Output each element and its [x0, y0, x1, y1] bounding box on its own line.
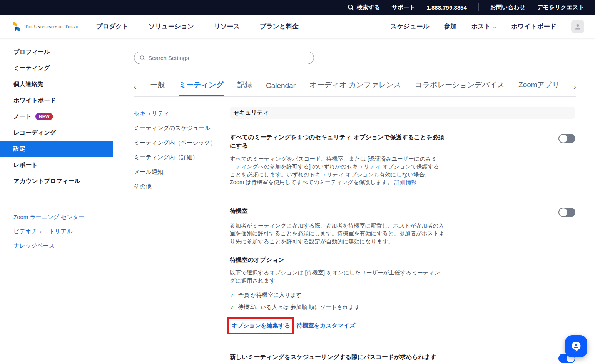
toggle-waiting-room[interactable]	[558, 208, 575, 217]
sidebar-item-reports[interactable]: レポート	[0, 157, 113, 173]
sidebar-item-account-profile[interactable]: アカウントプロフィール	[0, 173, 113, 189]
learn-more-link[interactable]: 詳細情報	[394, 179, 417, 185]
sidebar-item-contacts[interactable]: 個人連絡先	[0, 76, 113, 92]
toggle-require-security-option[interactable]	[558, 134, 575, 143]
sidebar-item-notes-label: ノート	[13, 113, 32, 121]
tabs-scroll-right-icon[interactable]: ›	[573, 82, 576, 96]
chevron-down-icon: ⌄	[493, 24, 496, 30]
sidebar-divider	[13, 201, 35, 201]
sidebar-item-whiteboard[interactable]: ホワイトボード	[0, 92, 113, 108]
sidebar-item-notes[interactable]: ノート NEW	[0, 108, 113, 125]
subnav-email-notification[interactable]: メール通知	[134, 168, 230, 176]
nav-item-host[interactable]: ホスト ⌄	[471, 22, 496, 31]
university-logo[interactable]: The University of Tokyo	[12, 21, 79, 32]
setting-title: 新しいミーティングをスケジューリングする際にパスコードが求められます	[230, 353, 436, 361]
settings-search[interactable]	[134, 52, 314, 64]
new-badge: NEW	[35, 113, 53, 120]
setting-description: すべてのミーティングをパスコード、待機室、または [認証済みユーザーにのみミーテ…	[230, 155, 442, 186]
nav-item-products[interactable]: プロダクト	[96, 22, 129, 31]
subnav-in-meeting-basic[interactable]: ミーティング内（ベーシック）	[134, 139, 230, 146]
main-content: ‹ 一般 ミーティング 記録 Calendar オーディオ カンファレンス コラ…	[113, 38, 595, 364]
sidebar-item-meetings[interactable]: ミーティング	[0, 60, 113, 76]
tab-meeting[interactable]: ミーティング	[179, 80, 224, 96]
tab-collaboration-devices[interactable]: コラボレーションデバイス	[415, 80, 505, 96]
topbar-divider	[478, 3, 479, 11]
section-header-security: セキュリティ	[230, 107, 575, 119]
check-icon: ✓	[230, 304, 234, 311]
sidebar-link-video-tutorials[interactable]: ビデオチュートリアル	[0, 224, 113, 239]
subnav-schedule-meeting[interactable]: ミーティングのスケジュール	[134, 125, 230, 132]
setting-passcode-required: 新しいミーティングをスケジューリングする際にパスコードが求められます ミーティン…	[230, 353, 575, 364]
tab-recording[interactable]: 記録	[237, 80, 252, 96]
nav-menu: プロダクト ソリューション リソース プランと料金	[96, 22, 299, 31]
waiting-room-options-title: 待機室のオプション	[230, 256, 575, 264]
tab-audio-conferencing[interactable]: オーディオ カンファレンス	[309, 80, 401, 96]
sidebar-item-profile[interactable]: プロフィール	[0, 44, 113, 60]
nav-item-schedule[interactable]: スケジュール	[391, 22, 430, 31]
tab-calendar[interactable]: Calendar	[266, 81, 296, 96]
nav-item-resources[interactable]: リソース	[214, 22, 240, 31]
highlight-red-box: オプションを編集する	[227, 317, 294, 334]
waiting-room-links: オプションを編集する 待機室をカスタマイズ	[230, 317, 575, 334]
option-text: 待機室にいる人々は 参加順 順にソートされます	[238, 304, 360, 311]
subnav-security[interactable]: セキュリティ	[134, 110, 230, 117]
topbar-support-link[interactable]: サポート	[391, 4, 415, 11]
waiting-room-options-list: ✓ 全員 が待機室に入ります ✓ 待機室にいる人々は 参加順 順にソートされます	[230, 291, 575, 311]
search-icon	[348, 4, 354, 11]
check-icon: ✓	[230, 292, 234, 298]
topbar-phone[interactable]: 1.888.799.8854	[427, 4, 467, 11]
setting-waiting-room: 待機室 参加者がミーティングに参加する際、参加者を待機室に配置し、ホストが参加者…	[230, 207, 575, 335]
nav-item-host-label: ホスト	[471, 22, 491, 31]
option-everyone-enters: ✓ 全員 が待機室に入ります	[230, 291, 575, 299]
topbar-search-label: 検索する	[357, 4, 380, 11]
setting-require-security-option: すべてのミーティングを１つのセキュリティ オプションで保護することを必須にする …	[230, 133, 575, 186]
topbar-contact-link[interactable]: お問い合わせ	[490, 4, 525, 11]
support-chat-button[interactable]	[565, 335, 587, 357]
nav-item-join[interactable]: 参加	[444, 22, 456, 31]
chat-person-icon	[570, 340, 582, 352]
sidebar-item-recordings[interactable]: レコーディング	[0, 125, 113, 141]
search-icon	[140, 55, 145, 61]
nav-item-solutions[interactable]: ソリューション	[149, 22, 194, 31]
setting-title: 待機室	[230, 207, 248, 215]
tab-general[interactable]: 一般	[150, 80, 165, 96]
setting-description: 参加者がミーティングに参加する際、参加者を待機室に配置し、ホストが参加者の入室を…	[230, 222, 445, 246]
sidebar-item-settings[interactable]: 設定	[0, 141, 113, 157]
user-avatar[interactable]	[571, 20, 584, 33]
nav-actions: スケジュール 参加 ホスト ⌄ ホワイトボード	[391, 20, 585, 33]
settings-tabs: ‹ 一般 ミーティング 記録 Calendar オーディオ カンファレンス コラ…	[134, 80, 576, 97]
sidebar: プロフィール ミーティング 個人連絡先 ホワイトボード ノート NEW レコーデ…	[0, 38, 113, 364]
sidebar-link-knowledge-base[interactable]: ナレッジベース	[0, 239, 113, 253]
subnav-in-meeting-advanced[interactable]: ミーティング内（詳細）	[134, 154, 230, 161]
sidebar-link-learning-center[interactable]: Zoom ラーニング センター	[0, 210, 113, 224]
edit-options-link[interactable]: オプションを編集する	[231, 322, 290, 329]
search-input[interactable]	[148, 55, 308, 61]
nav-item-whiteboard[interactable]: ホワイトボード	[511, 22, 557, 31]
main-navbar: The University of Tokyo プロダクト ソリューション リソ…	[0, 15, 595, 38]
top-utility-bar: 検索する サポート 1.888.799.8854 お問い合わせ デモをリクエスト	[0, 0, 595, 15]
nav-item-plans[interactable]: プランと料金	[260, 22, 299, 31]
topbar-demo-link[interactable]: デモをリクエスト	[537, 4, 584, 11]
settings-panel: セキュリティ すべてのミーティングを１つのセキュリティ オプションで保護すること…	[230, 107, 575, 364]
settings-subnav: セキュリティ ミーティングのスケジュール ミーティング内（ベーシック） ミーティ…	[134, 107, 230, 364]
logo-text: The University of Tokyo	[25, 24, 79, 30]
subnav-other[interactable]: その他	[134, 183, 230, 190]
tabs-scroll-left-icon[interactable]: ‹	[134, 82, 137, 96]
tab-zoom-apps[interactable]: Zoomアプリ	[518, 80, 560, 96]
person-icon	[574, 23, 582, 30]
setting-title: すべてのミーティングを１つのセキュリティ オプションで保護することを必須にする	[230, 133, 445, 150]
option-text: 全員 が待機室に入ります	[238, 291, 302, 299]
customize-waiting-room-link[interactable]: 待機室をカスタマイズ	[297, 322, 355, 329]
topbar-search[interactable]: 検索する	[348, 4, 380, 11]
waiting-room-options-description: 以下で選択するオプションは [待機室] をオンにしたユーザーが主催するミーティン…	[230, 269, 445, 284]
ginkgo-leaf-icon	[12, 21, 22, 32]
option-sort-order: ✓ 待機室にいる人々は 参加順 順にソートされます	[230, 304, 575, 311]
